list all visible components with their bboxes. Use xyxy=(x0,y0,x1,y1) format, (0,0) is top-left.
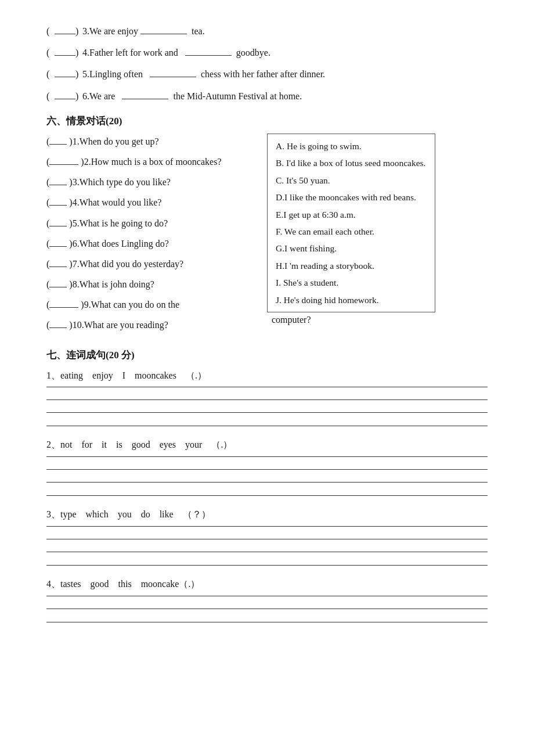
q8-blank xyxy=(49,287,67,287)
q5-blank xyxy=(49,226,67,226)
s2-w1: not for it is good eyes your （.） xyxy=(60,440,232,449)
match-left-column: ( )1.When do you get up? ( )2.How much i… xyxy=(46,134,267,338)
paren-close-4: ) xyxy=(75,45,80,60)
question-4-text: 4.Father left for work and xyxy=(80,45,183,60)
s3-line3 xyxy=(46,552,488,565)
question-5-row: ( ) 5.Lingling often chess with her fath… xyxy=(46,66,488,82)
sentence-2-section: 2、not for it is good eyes your （.） xyxy=(46,437,488,496)
blank-4 xyxy=(55,55,75,56)
q8-text: )8.What is john doing? xyxy=(67,276,154,292)
answer-I: I. She's a student. xyxy=(276,274,427,291)
paren-close-6: ) xyxy=(75,88,80,104)
paren-close-5: ) xyxy=(75,66,80,82)
answer-D: D.I like the mooncakes with red beans. xyxy=(276,189,427,206)
s1-line2 xyxy=(46,400,488,413)
question-6-end: the Mid-Autumn Festival at home. xyxy=(171,88,302,104)
s2-line2 xyxy=(46,470,488,483)
match-q10: ( )10.What are you reading? xyxy=(46,317,261,333)
s2-line1 xyxy=(46,457,488,470)
q5-paren-open: ( xyxy=(46,215,49,231)
q3-paren-open: ( xyxy=(46,174,49,190)
paren-open-4: ( xyxy=(46,45,55,60)
question-5-end: chess with her father after dinner. xyxy=(199,66,325,82)
blank-5 xyxy=(55,77,75,77)
answer-C: C. It's 50 yuan. xyxy=(276,172,427,189)
fill-line-3 xyxy=(140,34,187,34)
answer-E: E.I get up at 6:30 a.m. xyxy=(276,206,427,223)
paren-open-3: ( xyxy=(46,23,55,39)
sentence-3-section: 3、type which you do like （？） xyxy=(46,506,488,566)
match-q8: ( )8.What is john doing? xyxy=(46,276,261,292)
q10-paren-open: ( xyxy=(46,317,49,333)
q6-blank xyxy=(49,246,67,247)
s4-line2 xyxy=(46,609,488,622)
fill-blank-section: ( ) 3.We are enjoy tea. ( ) 4.Father lef… xyxy=(46,23,488,104)
q10-blank xyxy=(49,327,67,328)
question-3-end: tea. xyxy=(189,23,205,39)
q9-paren-open: ( xyxy=(46,297,49,312)
match-q6: ( )6.What does Lingling do? xyxy=(46,236,261,251)
paren-close-3: ) xyxy=(75,23,80,39)
s1-line1 xyxy=(46,387,488,400)
sentence-2-lines xyxy=(46,456,488,496)
q7-blank xyxy=(49,267,67,267)
sentence-1-lines xyxy=(46,387,488,426)
computer-label-row: computer? xyxy=(267,312,435,325)
sentence-4-section: 4、tastes good this mooncake（.） xyxy=(46,576,488,622)
fill-line-4 xyxy=(185,55,232,56)
match-q7: ( )7.What did you do yesterday? xyxy=(46,256,261,272)
s3-line2 xyxy=(46,539,488,552)
sentence-1-section: 1、eating enjoy I mooncakes （.） xyxy=(46,368,488,427)
answer-B: B. I'd like a box of lotus seed mooncake… xyxy=(276,154,427,171)
q10-text: )10.What are you reading? xyxy=(67,317,168,333)
match-q9: ( )9.What can you do on the xyxy=(46,297,261,312)
sentence-4-lines xyxy=(46,596,488,622)
q9-text: )9.What can you do on the xyxy=(78,297,179,312)
s3-line1 xyxy=(46,527,488,539)
question-6-text: 6.We are xyxy=(80,88,120,104)
section-6-title: 六、情景对话(20) xyxy=(46,114,488,128)
sentence-1-words: 1、eating enjoy I mooncakes （.） xyxy=(46,368,488,384)
sentence-3-lines xyxy=(46,526,488,566)
match-right-wrapper: A. He is going to swim. B. I'd like a bo… xyxy=(267,134,435,325)
question-3-text: 3.We are enjoy xyxy=(80,23,138,39)
s1-line3 xyxy=(46,413,488,426)
answer-J: J. He's doing hid homework. xyxy=(276,291,427,308)
s4-line1 xyxy=(46,596,488,609)
q5-text: )5.What is he going to do? xyxy=(67,215,168,231)
fill-line-5 xyxy=(150,77,196,77)
paren-open-6: ( xyxy=(46,88,55,104)
q2-text: )2.How much is a box of mooncakes? xyxy=(78,154,221,170)
section-7-title: 七、连词成句(20 分) xyxy=(46,348,488,362)
sentence-3-words: 3、type which you do like （？） xyxy=(46,506,488,523)
q1-blank xyxy=(49,144,67,145)
question-3-row: ( ) 3.We are enjoy tea. xyxy=(46,23,488,39)
q4-text: )4.What would you like? xyxy=(67,195,161,210)
answer-F: F. We can email each other. xyxy=(276,223,427,240)
sentence-2-words: 2、not for it is good eyes your （.） xyxy=(46,437,488,453)
sentence-4-words: 4、tastes good this mooncake（.） xyxy=(46,576,488,593)
match-q5: ( )5.What is he going to do? xyxy=(46,215,261,231)
question-4-end: goodbye. xyxy=(234,45,270,60)
section-6: 六、情景对话(20) ( )1.When do you get up? ( )2… xyxy=(46,114,488,338)
question-5-text: 5.Lingling often xyxy=(80,66,147,82)
blank-3 xyxy=(55,34,75,34)
q4-blank xyxy=(49,205,67,206)
fill-line-6 xyxy=(122,99,168,99)
match-q2: ( )2.How much is a box of mooncakes? xyxy=(46,154,261,170)
match-q1: ( )1.When do you get up? xyxy=(46,134,261,149)
s3-w1: type which you do like （？） xyxy=(60,509,211,519)
q2-blank xyxy=(49,164,78,165)
section-7: 七、连词成句(20 分) 1、eating enjoy I mooncakes … xyxy=(46,348,488,622)
q1-text: )1.When do you get up? xyxy=(67,134,158,149)
question-6-row: ( ) 6.We are the Mid-Autumn Festival at … xyxy=(46,88,488,104)
q6-text: )6.What does Lingling do? xyxy=(67,236,169,251)
q7-text: )7.What did you do yesterday? xyxy=(67,256,183,272)
q4-paren-open: ( xyxy=(46,195,49,210)
q9-blank xyxy=(49,307,78,308)
s2-line3 xyxy=(46,483,488,495)
q6-paren-open: ( xyxy=(46,236,49,251)
s1-w1: eating enjoy I mooncakes （.） xyxy=(60,370,207,380)
q2-paren-open: ( xyxy=(46,154,49,170)
q1-paren-open: ( xyxy=(46,134,49,149)
